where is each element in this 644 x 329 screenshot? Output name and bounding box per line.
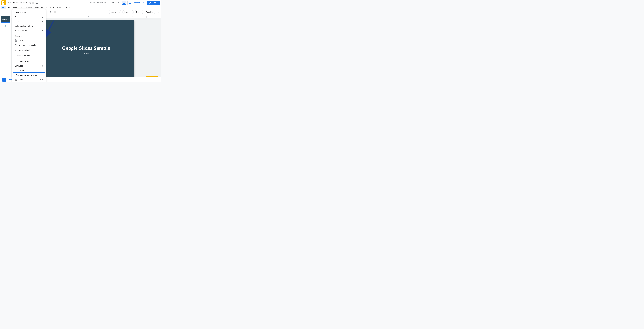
- link-icon[interactable]: 🔗: [4, 24, 7, 28]
- menu-page-setup[interactable]: Page setup: [12, 68, 46, 72]
- slide-dot-1: [84, 52, 85, 54]
- layout-button[interactable]: Layout ▼: [122, 10, 134, 14]
- slide-panel-icons: 🔗: [4, 24, 7, 28]
- menu-download[interactable]: Download ▶: [12, 19, 46, 24]
- svg-marker-12: [130, 2, 131, 3]
- share-button[interactable]: Share: [147, 0, 160, 5]
- menu-move[interactable]: Move: [12, 38, 46, 43]
- menu-slide[interactable]: Slide: [34, 6, 40, 9]
- menu-bar: File Edit View Insert Format Slide Arran…: [0, 6, 161, 10]
- slide-dot-2: [86, 52, 87, 54]
- menu-section-3: Publish to the web: [12, 53, 46, 59]
- file-dropdown-menu: Make a copy Email ▶ Download ▶ Make avai…: [12, 10, 46, 82]
- menu-help[interactable]: Help: [65, 6, 71, 9]
- menu-format[interactable]: Format: [26, 6, 33, 9]
- menu-print-preview[interactable]: Print settings and preview: [13, 72, 45, 78]
- shape-button[interactable]: ⬜: [53, 10, 57, 14]
- header-actions: Slideshow ▼ Share: [110, 0, 160, 5]
- svg-rect-3: [3, 3, 4, 3]
- document-title: Sample Presentation: [8, 2, 28, 4]
- slide-dot-3: [88, 52, 88, 54]
- svg-rect-5: [117, 2, 119, 3]
- menu-publish[interactable]: Publish to the web: [12, 54, 46, 58]
- slideshow-button[interactable]: Slideshow ▼: [127, 0, 146, 5]
- menu-make-copy[interactable]: Make a copy: [12, 10, 46, 15]
- svg-rect-16: [15, 49, 17, 51]
- menu-section-2: Rename Move Add shortcut to Drive: [12, 33, 46, 53]
- menu-file[interactable]: File: [1, 6, 6, 9]
- menu-section-1: Make a copy Email ▶ Download ▶ Make avai…: [12, 10, 46, 33]
- folder-icon[interactable]: ⬜: [32, 2, 35, 4]
- svg-marker-1: [4, 1, 6, 2]
- slide-canvas-container: Google Slides Sample: [35, 18, 137, 81]
- menu-move-trash[interactable]: Move to trash: [12, 48, 46, 52]
- background-button[interactable]: Background: [108, 10, 122, 14]
- menu-rename[interactable]: Rename: [12, 34, 46, 38]
- last-edit-text: Last edit was 8 minutes ago: [89, 2, 110, 4]
- share-label: Share: [152, 2, 158, 4]
- slide-dots: [84, 52, 88, 54]
- svg-point-24: [16, 80, 16, 80]
- menu-doc-details[interactable]: Document details: [12, 59, 46, 64]
- svg-marker-10: [124, 2, 124, 3]
- brand-icon: T: [2, 78, 6, 82]
- app-icon: [2, 0, 6, 5]
- theme-button[interactable]: Theme: [134, 10, 143, 14]
- present-icon-button[interactable]: [122, 1, 126, 5]
- menu-arrange[interactable]: Arrange: [40, 6, 48, 9]
- star-icon[interactable]: ☆: [29, 2, 31, 4]
- svg-rect-2: [3, 2, 4, 3]
- slide-title: Google Slides Sample: [62, 45, 110, 51]
- slideshow-dropdown-arrow[interactable]: ▼: [142, 1, 146, 5]
- menu-tools[interactable]: Tools: [49, 6, 55, 9]
- title-bar: Sample Presentation ☆ ⬜ ☁ Last edit was …: [0, 0, 161, 6]
- add-dropdown-btn[interactable]: ▼: [6, 10, 10, 14]
- menu-edit[interactable]: Edit: [6, 6, 12, 9]
- activity-button[interactable]: [110, 0, 115, 5]
- svg-rect-4: [3, 4, 4, 4]
- menu-language[interactable]: Language ▶: [12, 64, 46, 68]
- title-icons: ☆ ⬜ ☁: [29, 2, 38, 4]
- menu-print[interactable]: Print Ctrl+P: [12, 78, 46, 82]
- slides-panel: 1 Google Slides 🔗 ⊞ ≡ ⬜: [0, 15, 11, 82]
- menu-email[interactable]: Email ▶: [12, 15, 46, 19]
- cloud-icon[interactable]: ☁: [36, 2, 38, 4]
- image-button[interactable]: 🖼: [48, 10, 52, 14]
- slideshow-button-main[interactable]: Slideshow: [128, 1, 142, 5]
- menu-section-4: Document details Language ▶ Page setup P…: [12, 59, 46, 82]
- transition-button[interactable]: Transition: [144, 10, 156, 14]
- slide-canvas[interactable]: Google Slides Sample: [38, 20, 134, 78]
- comments-button[interactable]: [116, 0, 120, 5]
- menu-add-shortcut[interactable]: Add shortcut to Drive: [12, 43, 46, 48]
- slide-thumbnail[interactable]: Google Slides: [1, 16, 10, 23]
- menu-offline[interactable]: Make available offline: [12, 24, 46, 28]
- slideshow-label: Slideshow: [132, 2, 140, 4]
- menu-version-history[interactable]: Version history ▶: [12, 28, 46, 32]
- menu-insert[interactable]: Insert: [18, 6, 25, 9]
- sidebar-collapse-btn[interactable]: ›: [158, 10, 160, 14]
- menu-view[interactable]: View: [12, 6, 18, 9]
- add-button[interactable]: +: [2, 10, 5, 14]
- menu-addons[interactable]: Add-ons: [56, 6, 64, 9]
- svg-rect-14: [15, 40, 17, 42]
